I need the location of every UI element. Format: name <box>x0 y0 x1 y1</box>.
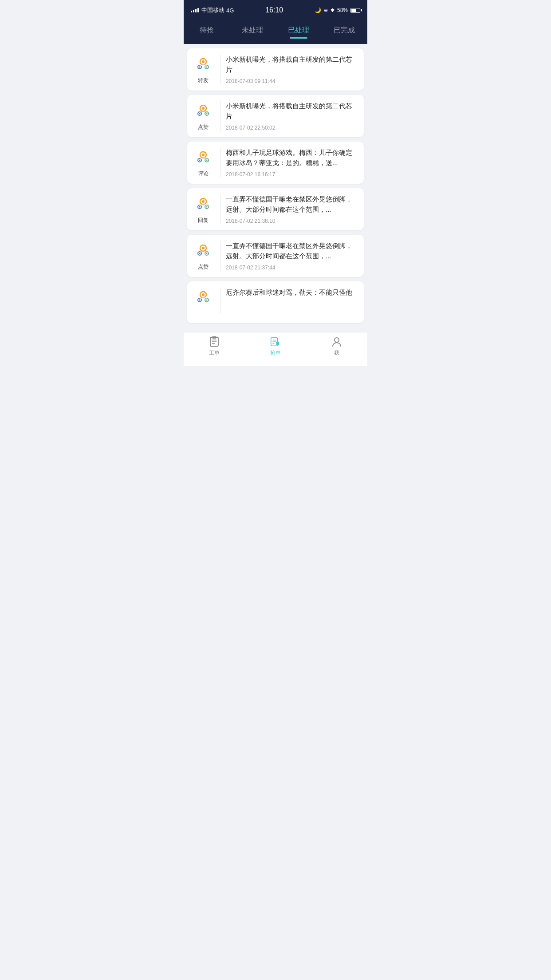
location-icon: ⊕ <box>324 8 328 13</box>
nav-workorder[interactable]: 工单 <box>184 336 245 357</box>
card-label-1: 点赞 <box>198 123 209 131</box>
divider-5 <box>220 288 220 314</box>
card-time-2: 2018-07-02 16:16:17 <box>226 171 358 178</box>
mi-logo-icon-1 <box>193 101 213 121</box>
card-title-3: 一直弄不懂德国干嘛老在禁区外晃悠倒脚，远射。大部分时间都在这个范围，... <box>226 194 358 214</box>
tab-pending[interactable]: 待抢 <box>184 20 230 39</box>
list-item[interactable]: 厄齐尔赛后和球迷对骂，勒夫：不能只怪他 <box>187 281 364 323</box>
tab-bar: 待抢 未处理 已处理 已完成 <box>184 20 367 44</box>
card-left-3: 回复 <box>192 194 215 224</box>
card-left-5 <box>192 288 215 310</box>
svg-point-43 <box>199 300 201 301</box>
card-time-4: 2018-07-02 21:37:44 <box>226 265 358 271</box>
battery-icon <box>350 8 360 13</box>
svg-point-21 <box>206 160 208 161</box>
mi-logo-icon-2 <box>193 148 213 167</box>
time-label: 16:10 <box>265 6 283 14</box>
signal-icon <box>191 8 199 12</box>
divider-4 <box>220 241 220 271</box>
svg-point-35 <box>199 253 201 254</box>
mi-logo-icon-0 <box>193 55 213 74</box>
nav-me[interactable]: 我 <box>306 336 367 357</box>
svg-point-45 <box>206 300 208 301</box>
card-title-1: 小米新机曝光，将搭载自主研发的第二代芯片 <box>226 101 358 121</box>
card-left-2: 评论 <box>192 148 215 178</box>
divider-1 <box>220 101 220 131</box>
card-left-0: 转发 <box>192 55 215 84</box>
tab-unhandled[interactable]: 未处理 <box>230 20 276 39</box>
card-left-1: 点赞 <box>192 101 215 131</box>
card-right-5: 厄齐尔赛后和球迷对骂，勒夫：不能只怪他 <box>226 288 358 298</box>
tab-completed[interactable]: 已完成 <box>322 20 368 39</box>
card-time-3: 2018-07-02 21:38:10 <box>226 218 358 224</box>
svg-point-17 <box>202 154 205 156</box>
svg-point-29 <box>206 206 208 208</box>
list-item[interactable]: 评论 梅西和儿子玩足球游戏。梅西：儿子你确定要用冰岛？蒂亚戈：是的。糟糕，送..… <box>187 142 364 184</box>
card-time-0: 2018-07-03 09:11:44 <box>226 78 358 84</box>
workorder-icon <box>209 336 220 348</box>
svg-point-19 <box>199 160 201 161</box>
svg-point-57 <box>335 338 339 342</box>
nav-workorder-label: 工单 <box>209 349 220 357</box>
status-left: 中国移动 4G <box>191 6 234 14</box>
nav-grab[interactable]: 抢单 <box>245 336 306 357</box>
battery-percent: 58% <box>337 7 348 13</box>
status-bar: 中国移动 4G 16:10 🌙 ⊕ ✱ 58% <box>184 0 367 20</box>
card-title-2: 梅西和儿子玩足球游戏。梅西：儿子你确定要用冰岛？蒂亚戈：是的。糟糕，送... <box>226 148 358 168</box>
me-icon <box>331 336 342 348</box>
divider-3 <box>220 194 220 224</box>
card-left-4: 点赞 <box>192 241 215 271</box>
card-right-3: 一直弄不懂德国干嘛老在禁区外晃悠倒脚，远射。大部分时间都在这个范围，... 20… <box>226 194 358 224</box>
list-item[interactable]: 点赞 小米新机曝光，将搭载自主研发的第二代芯片 2018-07-02 22:50… <box>187 95 364 137</box>
grab-icon <box>270 336 281 348</box>
network-label: 4G <box>226 7 234 14</box>
list-item[interactable]: 转发 小米新机曝光，将搭载自主研发的第二代芯片 2018-07-03 09:11… <box>187 48 364 91</box>
list-item[interactable]: 回复 一直弄不懂德国干嘛老在禁区外晃悠倒脚，远射。大部分时间都在这个范围，...… <box>187 188 364 230</box>
nav-me-label: 我 <box>334 349 339 357</box>
status-right: 🌙 ⊕ ✱ 58% <box>315 7 360 13</box>
card-time-1: 2018-07-02 22:50:02 <box>226 125 358 131</box>
svg-point-3 <box>199 67 201 68</box>
card-title-4: 一直弄不懂德国干嘛老在禁区外晃悠倒脚，远射。大部分时间都在这个范围，... <box>226 241 358 261</box>
card-right-2: 梅西和儿子玩足球游戏。梅西：儿子你确定要用冰岛？蒂亚戈：是的。糟糕，送... 2… <box>226 148 358 178</box>
card-right-4: 一直弄不懂德国干嘛老在禁区外晃悠倒脚，远射。大部分时间都在这个范围，... 20… <box>226 241 358 271</box>
divider-2 <box>220 148 220 178</box>
mi-logo-icon-3 <box>193 194 213 214</box>
card-title-0: 小米新机曝光，将搭载自主研发的第二代芯片 <box>226 55 358 75</box>
list-item[interactable]: 点赞 一直弄不懂德国干嘛老在禁区外晃悠倒脚，远射。大部分时间都在这个范围，...… <box>187 235 364 277</box>
svg-point-1 <box>202 60 205 63</box>
svg-point-5 <box>206 67 208 68</box>
divider-0 <box>220 55 220 84</box>
mi-logo-icon-4 <box>193 241 213 261</box>
card-right-0: 小米新机曝光，将搭载自主研发的第二代芯片 2018-07-03 09:11:44 <box>226 55 358 84</box>
svg-point-9 <box>202 107 205 110</box>
svg-point-25 <box>202 200 205 203</box>
moon-icon: 🌙 <box>315 7 321 13</box>
carrier-label: 中国移动 <box>201 6 224 14</box>
card-right-1: 小米新机曝光，将搭载自主研发的第二代芯片 2018-07-02 22:50:02 <box>226 101 358 131</box>
svg-point-27 <box>199 206 201 208</box>
card-label-2: 评论 <box>198 170 209 178</box>
card-title-5: 厄齐尔赛后和球迷对骂，勒夫：不能只怪他 <box>226 288 358 298</box>
svg-point-11 <box>199 113 201 115</box>
svg-point-41 <box>202 293 205 296</box>
svg-point-37 <box>206 253 208 254</box>
bluetooth-icon: ✱ <box>331 8 335 13</box>
mi-logo-icon-5 <box>193 288 213 307</box>
card-label-3: 回复 <box>198 217 209 224</box>
card-label-0: 转发 <box>198 77 209 84</box>
tab-handled[interactable]: 已处理 <box>276 20 322 39</box>
svg-point-13 <box>206 113 208 115</box>
svg-point-33 <box>202 247 205 249</box>
nav-grab-label: 抢单 <box>270 349 281 357</box>
content-area: 转发 小米新机曝光，将搭载自主研发的第二代芯片 2018-07-03 09:11… <box>184 44 367 328</box>
bottom-nav: 工单 抢单 我 <box>184 332 367 366</box>
card-label-4: 点赞 <box>198 263 209 271</box>
